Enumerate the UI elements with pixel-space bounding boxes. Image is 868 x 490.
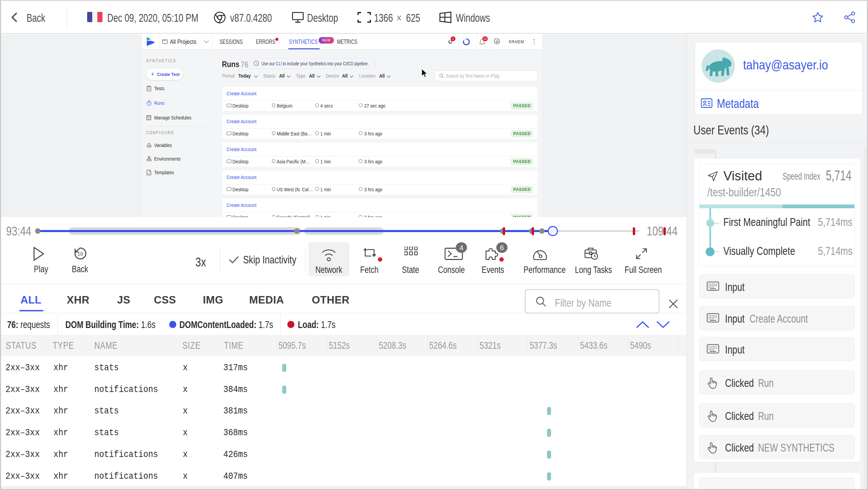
svg-text:10: 10: [77, 251, 83, 257]
